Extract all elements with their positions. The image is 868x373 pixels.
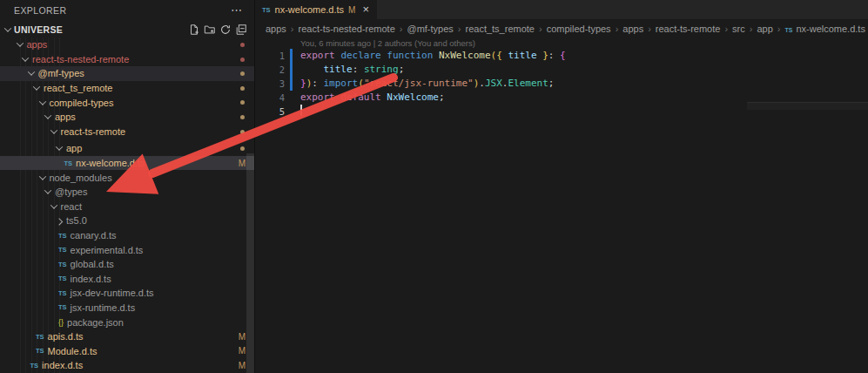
token: title bbox=[502, 50, 542, 61]
line-number[interactable]: 4 bbox=[255, 91, 285, 105]
gitlens-codelens[interactable]: You, 6 minutes ago | 2 authors (You and … bbox=[300, 38, 868, 49]
tree-item-apis.d.ts[interactable]: TSapis.d.tsM bbox=[0, 329, 254, 344]
code-line[interactable]: 3}): import("react/jsx-runtime").JSX.Ele… bbox=[255, 77, 868, 91]
explorer-header: EXPLORER ⋯ bbox=[0, 0, 254, 21]
tree-item-nx-welcome.d.ts[interactable]: TSnx-welcome.d.tsM bbox=[0, 156, 254, 171]
tree-item-apps[interactable]: apps bbox=[0, 37, 254, 52]
tree-item-label: react_ts_remote bbox=[44, 83, 112, 93]
explorer-more-actions-icon[interactable]: ⋯ bbox=[231, 6, 242, 15]
tree-item-react[interactable]: react bbox=[0, 200, 254, 214]
indent-spacer bbox=[0, 73, 29, 74]
tree-item-index.d.ts[interactable]: TSindex.d.tsM bbox=[0, 358, 254, 373]
chevron-down-icon[interactable] bbox=[16, 40, 23, 47]
tree-item-apps[interactable]: apps bbox=[0, 110, 254, 125]
tree-item-@types[interactable]: @types bbox=[0, 185, 254, 200]
breadcrumb-item[interactable]: compiled-types bbox=[547, 24, 611, 34]
tree-item-label: jsx-runtime.d.ts bbox=[71, 302, 136, 313]
line-number[interactable]: 1 bbox=[255, 49, 285, 63]
indent-spacer bbox=[0, 163, 64, 164]
tree-item-jsx-dev-runtime.d.ts[interactable]: TSjsx-dev-runtime.d.ts bbox=[0, 286, 254, 301]
breadcrumb-separator-icon: › bbox=[777, 24, 781, 34]
tab-nx-welcome[interactable]: TS nx-welcome.d.ts M × bbox=[255, 0, 377, 19]
code-editor[interactable]: You, 6 minutes ago | 2 authors (You and … bbox=[255, 38, 868, 373]
new-folder-icon[interactable] bbox=[204, 24, 216, 36]
tree-item-label: canary.d.ts bbox=[71, 230, 117, 241]
token: JSX bbox=[485, 78, 502, 89]
tree-item-jsx-runtime.d.ts[interactable]: TSjsx-runtime.d.ts bbox=[0, 301, 254, 315]
collapse-all-icon[interactable] bbox=[235, 24, 247, 36]
breadcrumb-separator-icon: › bbox=[724, 24, 728, 34]
code-line[interactable]: 2 title: string; bbox=[255, 63, 868, 77]
indent-spacer bbox=[0, 220, 57, 221]
breadcrumb-item[interactable]: apps bbox=[622, 24, 643, 34]
chevron-right-icon[interactable] bbox=[56, 219, 63, 226]
indent-spacer bbox=[0, 336, 36, 337]
indent-spacer bbox=[0, 131, 51, 132]
chevron-down-icon[interactable] bbox=[38, 98, 45, 105]
breadcrumb-item[interactable]: apps bbox=[266, 24, 286, 34]
chevron-down-icon[interactable] bbox=[44, 112, 51, 119]
line-number[interactable]: 3 bbox=[255, 77, 285, 91]
tree-item-package.json[interactable]: {}package.json bbox=[0, 315, 254, 329]
token bbox=[300, 64, 324, 75]
tree-item-label: react-ts-nested-remote bbox=[32, 54, 129, 64]
tree-item-app[interactable]: app bbox=[0, 141, 254, 156]
breadcrumb-item[interactable]: react-ts-remote bbox=[656, 24, 721, 34]
sidebar-scrollbar[interactable] bbox=[246, 153, 254, 373]
indent-spacer bbox=[0, 350, 36, 351]
chevron-down-icon[interactable] bbox=[50, 126, 57, 133]
token: NxWelcome bbox=[387, 92, 439, 103]
token: ; bbox=[548, 78, 555, 89]
refresh-icon[interactable] bbox=[219, 24, 232, 36]
breadcrumb-item[interactable]: react-ts-nested-remote bbox=[299, 24, 395, 34]
ts-file-icon: TS bbox=[58, 261, 67, 268]
indent-spacer bbox=[0, 44, 17, 45]
tree-item-compiled-types[interactable]: compiled-types bbox=[0, 95, 254, 110]
chevron-down-icon[interactable] bbox=[44, 187, 51, 194]
indent-spacer bbox=[0, 365, 30, 366]
tree-item-canary.d.ts[interactable]: TScanary.d.ts bbox=[0, 228, 254, 243]
token: function bbox=[387, 50, 433, 61]
chevron-down-icon[interactable] bbox=[38, 173, 45, 180]
tree-item-@mf-types[interactable]: @mf-types bbox=[0, 66, 254, 81]
code-line[interactable]: 1export declare function NxWelcome({ tit… bbox=[255, 49, 868, 63]
chevron-down-icon[interactable] bbox=[22, 54, 29, 61]
workspace-section-header[interactable]: UNIVERSE bbox=[0, 21, 254, 37]
breadcrumb-item-file[interactable]: TSnx-welcome.d.ts bbox=[784, 24, 865, 34]
tree-item-react-ts-remote[interactable]: react-ts-remote bbox=[0, 125, 254, 139]
line-number[interactable]: 5 bbox=[255, 105, 285, 119]
chevron-down-icon[interactable] bbox=[4, 24, 11, 31]
chevron-down-icon[interactable] bbox=[27, 69, 34, 76]
git-status-dot-badge bbox=[240, 130, 245, 134]
tree-item-ts5.0[interactable]: ts5.0 bbox=[0, 214, 254, 228]
tree-item-index.d.ts[interactable]: TSindex.d.ts bbox=[0, 272, 254, 287]
close-icon[interactable]: × bbox=[362, 4, 369, 15]
code-text: export declare function NxWelcome({ titl… bbox=[300, 49, 566, 63]
tree-item-label: ts5.0 bbox=[66, 215, 87, 226]
token: . bbox=[479, 78, 485, 89]
breadcrumb-file-label: nx-welcome.d.ts bbox=[796, 24, 865, 34]
tab-bar: TS nx-welcome.d.ts M × bbox=[255, 0, 868, 19]
breadcrumb-item[interactable]: src bbox=[732, 24, 745, 34]
tree-item-react_ts_remote[interactable]: react_ts_remote bbox=[0, 81, 254, 96]
token: : bbox=[353, 64, 364, 75]
code-text: }): import("react/jsx-runtime").JSX.Elem… bbox=[300, 77, 554, 91]
breadcrumb-item[interactable]: react_ts_remote bbox=[465, 24, 534, 34]
new-file-icon[interactable] bbox=[188, 24, 200, 36]
token bbox=[433, 50, 439, 61]
tree-item-global.d.ts[interactable]: TSglobal.d.ts bbox=[0, 257, 254, 272]
tree-item-react-ts-nested-remote[interactable]: react-ts-nested-remote bbox=[0, 52, 254, 67]
chevron-down-icon[interactable] bbox=[56, 144, 63, 151]
breadcrumb-item[interactable]: @mf-types bbox=[407, 24, 453, 34]
git-modified-badge: M bbox=[239, 361, 246, 370]
chevron-down-icon[interactable] bbox=[50, 201, 57, 208]
chevron-down-icon[interactable] bbox=[33, 83, 40, 90]
tree-item-experimental.d.ts[interactable]: TSexperimental.d.ts bbox=[0, 242, 254, 257]
tree-item-node_modules[interactable]: node_modules bbox=[0, 170, 254, 185]
breadcrumb-item[interactable]: app bbox=[757, 24, 772, 34]
token: ( bbox=[358, 78, 364, 89]
tree-item-Module.d.ts[interactable]: TSModule.d.tsM bbox=[0, 343, 254, 358]
line-number[interactable]: 2 bbox=[255, 63, 285, 77]
breadcrumb-separator-icon: › bbox=[400, 24, 403, 34]
token: "react/jsx-runtime" bbox=[364, 78, 474, 89]
